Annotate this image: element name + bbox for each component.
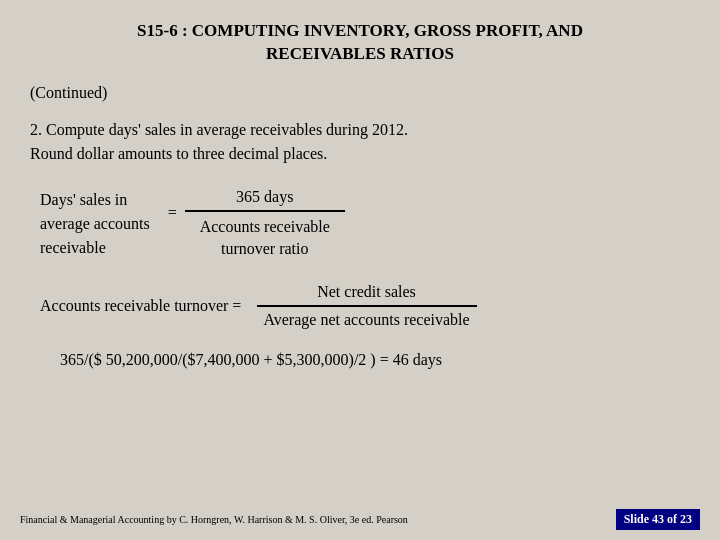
turnover-denominator: Average net accounts receivable: [249, 307, 483, 331]
days-formula-section: Days' sales in average accounts receivab…: [40, 186, 690, 263]
days-denom-line2: turnover ratio: [221, 240, 309, 257]
slide-container: S15-6 : COMPUTING INVENTORY, GROSS PROFI…: [0, 0, 720, 540]
footer-citation: Financial & Managerial Accounting by C. …: [20, 514, 408, 525]
turnover-numerator: Net credit sales: [257, 281, 477, 307]
days-label: Days' sales in average accounts receivab…: [40, 186, 150, 260]
turnover-fraction: Net credit sales Average net accounts re…: [249, 281, 483, 331]
title-block: S15-6 : COMPUTING INVENTORY, GROSS PROFI…: [30, 20, 690, 66]
days-label-line3: receivable: [40, 239, 106, 256]
problem-line1: 2. Compute days' sales in average receiv…: [30, 121, 408, 138]
days-label-line2: average accounts: [40, 215, 150, 232]
footer-slide-number: Slide 43 of 23: [616, 509, 700, 530]
turnover-label: Accounts receivable turnover =: [40, 297, 241, 315]
days-denominator: Accounts receivable turnover ratio: [185, 212, 345, 263]
title-line2: RECEIVABLES RATIOS: [30, 43, 690, 66]
days-denom-line1: Accounts receivable: [200, 218, 330, 235]
problem-line2: Round dollar amounts to three decimal pl…: [30, 145, 327, 162]
days-label-line1: Days' sales in: [40, 191, 127, 208]
continued-label: (Continued): [30, 84, 690, 102]
title-line1: S15-6 : COMPUTING INVENTORY, GROSS PROFI…: [30, 20, 690, 43]
days-fraction: 365 days Accounts receivable turnover ra…: [185, 186, 345, 263]
result-line: 365/($ 50,200,000/($7,400,000 + $5,300,0…: [60, 351, 690, 369]
turnover-section: Accounts receivable turnover = Net credi…: [40, 281, 690, 331]
days-numerator: 365 days: [185, 186, 345, 212]
days-equals: =: [168, 186, 177, 222]
problem-text: 2. Compute days' sales in average receiv…: [30, 118, 690, 166]
footer: Financial & Managerial Accounting by C. …: [0, 509, 720, 530]
